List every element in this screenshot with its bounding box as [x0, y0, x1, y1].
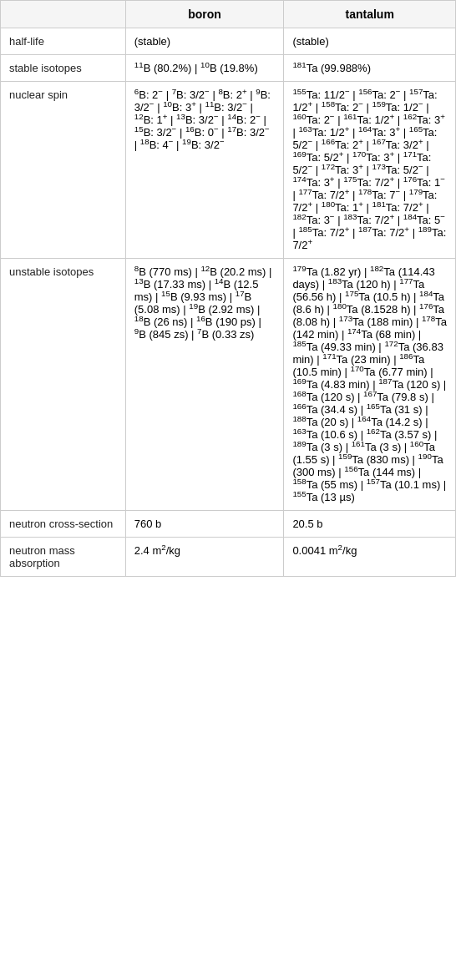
row-label-2: nuclear spin — [1, 82, 126, 259]
row-label-3: unstable isotopes — [1, 259, 126, 511]
boron-cell-2: 6B: 2− | 7B: 3/2− | 8B: 2+ | 9B: 3/2− | … — [125, 82, 284, 259]
tantalum-cell-3: 179Ta (1.82 yr) | 182Ta (114.43 days) | … — [284, 259, 456, 511]
row-label-0: half-life — [1, 28, 126, 55]
tantalum-cell-5: 0.0041 m2/kg — [284, 538, 456, 577]
header-boron: boron — [125, 1, 284, 28]
tantalum-cell-1: 181Ta (99.988%) — [284, 55, 456, 82]
boron-cell-3: 8B (770 ms) | 12B (20.2 ms) | 13B (17.33… — [125, 259, 284, 511]
tantalum-cell-0: (stable) — [284, 28, 456, 55]
boron-cell-1: 11B (80.2%) | 10B (19.8%) — [125, 55, 284, 82]
boron-cell-5: 2.4 m2/kg — [125, 538, 284, 577]
header-empty — [1, 1, 126, 28]
boron-cell-4: 760 b — [125, 511, 284, 538]
tantalum-cell-4: 20.5 b — [284, 511, 456, 538]
row-label-1: stable isotopes — [1, 55, 126, 82]
boron-cell-0: (stable) — [125, 28, 284, 55]
header-tantalum: tantalum — [284, 1, 456, 28]
row-label-4: neutron cross-section — [1, 511, 126, 538]
row-label-5: neutron mass absorption — [1, 538, 126, 577]
tantalum-cell-2: 155Ta: 11/2− | 156Ta: 2− | 157Ta: 1/2+ |… — [284, 82, 456, 259]
